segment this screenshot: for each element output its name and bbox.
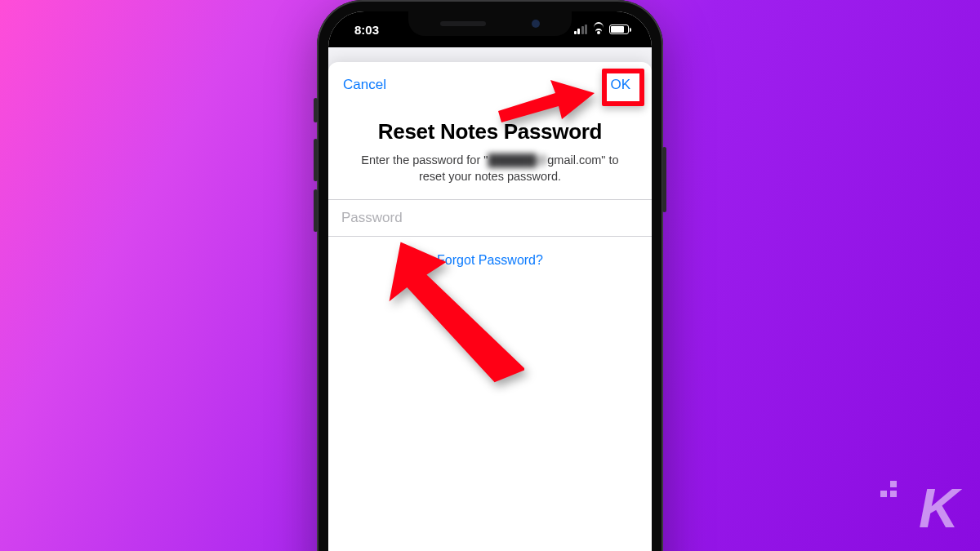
subtitle-email-domain: gmail.com xyxy=(547,153,601,167)
watermark-dots xyxy=(871,481,897,497)
modal-subtitle: Enter the password for "██████@gmail.com… xyxy=(328,153,652,199)
ok-button[interactable]: OK xyxy=(610,77,630,93)
battery-icon xyxy=(609,24,629,34)
watermark-logo: K xyxy=(919,476,956,540)
front-camera xyxy=(532,20,540,28)
volume-up-button xyxy=(314,139,318,181)
power-button xyxy=(662,147,666,212)
password-input[interactable] xyxy=(341,210,639,226)
wifi-icon xyxy=(592,24,604,34)
notch xyxy=(408,11,572,36)
reset-password-modal: Cancel OK Reset Notes Password Enter the… xyxy=(328,62,652,551)
screen: 8:03 Cancel OK Reset Notes Password En xyxy=(328,11,652,551)
modal-header: Cancel OK xyxy=(328,62,652,104)
modal-title: Reset Notes Password xyxy=(341,119,639,144)
subtitle-email-blurred: ██████@ xyxy=(488,153,547,167)
cancel-button[interactable]: Cancel xyxy=(343,77,386,93)
subtitle-prefix: Enter the password for " xyxy=(361,153,488,167)
speaker-grille xyxy=(440,21,486,26)
volume-down-button xyxy=(314,189,318,232)
cellular-signal-icon xyxy=(574,24,588,34)
forgot-password-link[interactable]: Forgot Password? xyxy=(437,253,543,268)
iphone-frame: 8:03 Cancel OK Reset Notes Password En xyxy=(317,0,663,551)
password-field-row xyxy=(328,199,652,237)
mute-switch xyxy=(314,98,318,122)
status-time: 8:03 xyxy=(348,23,379,37)
status-indicators xyxy=(574,24,633,34)
